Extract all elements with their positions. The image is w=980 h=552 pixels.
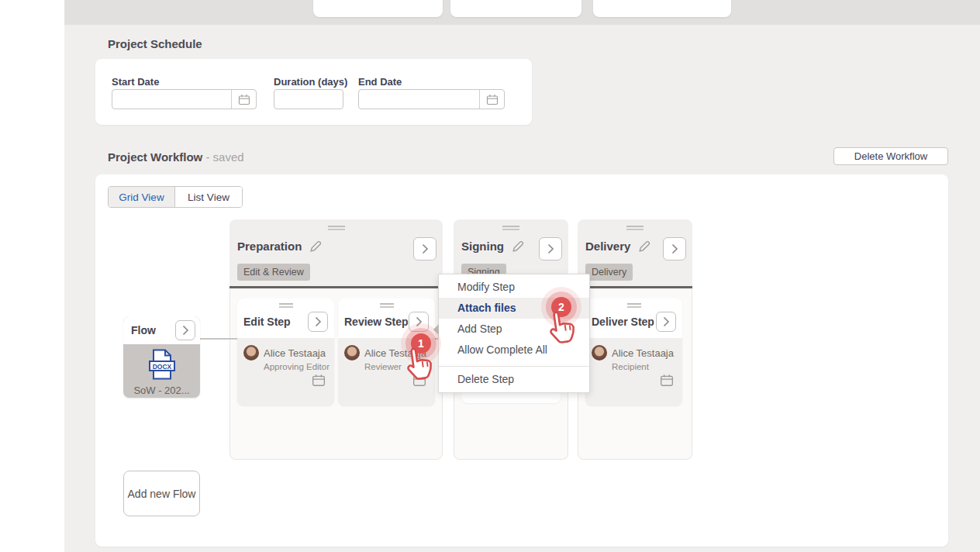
schedule-card: Start Date Duration (days) End Date: [95, 59, 532, 125]
menu-item-delete-step[interactable]: Delete Step: [439, 369, 589, 390]
edit-pencil-icon[interactable]: [512, 240, 524, 253]
top-partial-card: [593, 0, 731, 17]
drag-handle-icon[interactable]: [626, 226, 644, 230]
click-hand-cursor-icon: [543, 307, 582, 350]
chevron-right-icon: [547, 243, 554, 254]
duration-label: Duration (days): [274, 76, 347, 88]
start-date-input[interactable]: [112, 89, 257, 109]
end-date-input[interactable]: [358, 89, 505, 109]
delete-workflow-button[interactable]: Delete Workflow: [833, 147, 948, 165]
start-date-label: Start Date: [112, 76, 159, 88]
chevron-right-icon: [315, 316, 322, 327]
add-new-flow-button[interactable]: Add new Flow: [123, 471, 200, 516]
end-date-calendar-button[interactable]: [479, 90, 504, 109]
calendar-icon: [660, 374, 674, 387]
step-title: Deliver Step: [592, 316, 654, 328]
column-phase-badge: Edit & Review: [237, 264, 310, 281]
edit-pencil-icon[interactable]: [309, 240, 322, 253]
step-calendar-button[interactable]: [312, 374, 326, 390]
calendar-icon: [486, 94, 499, 105]
assignee-role: Approving Editor: [264, 362, 328, 371]
chevron-right-icon: [663, 316, 670, 327]
step-expand-button[interactable]: [656, 312, 676, 332]
top-partial-card: [450, 0, 581, 17]
step-title: Edit Step: [243, 316, 291, 328]
menu-item-modify-step[interactable]: Modify Step: [439, 277, 589, 298]
column-expand-button[interactable]: [539, 237, 562, 260]
avatar: [243, 345, 259, 361]
step-expand-button[interactable]: [308, 312, 328, 332]
assignee-role: Recipient: [612, 362, 676, 371]
menu-separator: [439, 366, 589, 367]
workflow-status: - saved: [205, 150, 243, 164]
avatar: [344, 345, 360, 361]
step-title: Review Step: [344, 316, 408, 328]
calendar-icon: [238, 94, 250, 105]
flow-expand-button[interactable]: [175, 320, 195, 340]
chevron-right-icon: [671, 243, 678, 254]
step-expand-button[interactable]: [409, 312, 429, 332]
flow-title: Flow: [131, 324, 156, 336]
column-expand-button[interactable]: [413, 237, 437, 260]
step-card-deliver[interactable]: Deliver Step Alice Testaaja Recipient: [585, 298, 682, 405]
view-tabs: Grid View List View: [108, 186, 243, 208]
avatar: [592, 345, 607, 361]
column-header-delivery[interactable]: Delivery Delivery: [578, 219, 692, 286]
chevron-right-icon: [422, 243, 429, 254]
column-expand-button[interactable]: [663, 237, 686, 260]
menu-anchor-arrow-icon: [433, 324, 439, 335]
column-header-preparation[interactable]: Preparation Edit & Review: [229, 219, 443, 286]
click-hand-cursor-icon: [400, 343, 440, 387]
workflow-title: Project Workflow: [108, 150, 202, 164]
assignee-name: Alice Testaaja: [264, 347, 326, 359]
step-calendar-button[interactable]: [660, 374, 674, 390]
tab-grid-view[interactable]: Grid View: [109, 187, 175, 207]
column-title: Delivery: [585, 240, 630, 253]
assignee-name: Alice Testaaja: [612, 347, 674, 359]
docx-file-icon: DOCX: [148, 349, 176, 380]
flow-connector-line: [200, 338, 237, 340]
column-title: Signing: [461, 240, 504, 253]
schedule-title: Project Schedule: [108, 37, 202, 50]
start-date-calendar-button[interactable]: [231, 90, 256, 109]
step-card-edit[interactable]: Edit Step Alice Testaaja Approving Edito…: [237, 298, 334, 405]
chevron-right-icon: [416, 316, 423, 327]
flow-card[interactable]: Flow DOCX SoW - 202...: [123, 316, 200, 398]
duration-input[interactable]: [274, 89, 343, 109]
drag-handle-icon[interactable]: [502, 226, 519, 230]
column-phase-badge: Delivery: [585, 264, 633, 281]
tab-list-view[interactable]: List View: [175, 187, 242, 207]
app-canvas: Project Schedule Start Date Duration (da…: [0, 0, 980, 552]
svg-text:DOCX: DOCX: [152, 363, 171, 371]
edit-pencil-icon[interactable]: [638, 240, 650, 253]
workflow-heading: Project Workflow - saved: [108, 150, 244, 164]
chevron-right-icon: [182, 325, 189, 336]
drag-handle-icon[interactable]: [328, 226, 345, 230]
top-partial-card: [313, 0, 443, 17]
calendar-icon: [312, 374, 326, 387]
flow-file-name: SoW - 202...: [123, 385, 200, 396]
column-title: Preparation: [237, 240, 302, 253]
end-date-label: End Date: [358, 76, 402, 88]
